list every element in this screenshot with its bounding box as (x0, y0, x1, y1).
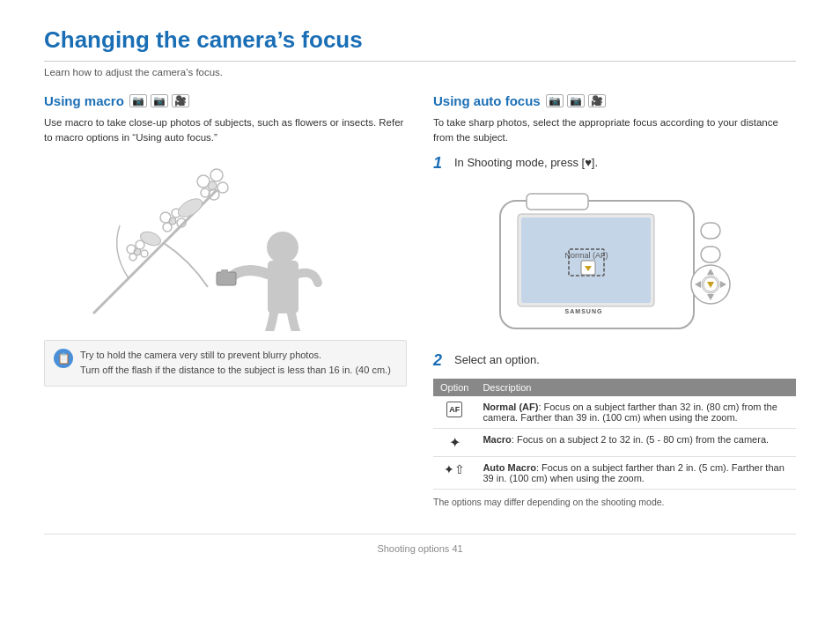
svg-rect-32 (701, 247, 720, 262)
macro-icon-hand: 📷 (151, 94, 168, 107)
svg-point-19 (267, 232, 298, 263)
autofocus-title-text: Using auto focus (433, 93, 541, 108)
step-1-text: In Shooting mode, press [♥]. (454, 155, 598, 169)
auto-macro-icon-cell: ✦⇧ (433, 456, 475, 489)
svg-rect-31 (701, 223, 720, 239)
normal-af-icon-cell: AF (433, 396, 475, 429)
options-table: Option Description AF Normal (AF): Focus… (433, 379, 796, 490)
normal-af-name: Normal (AF) (483, 402, 538, 412)
svg-rect-24 (527, 194, 588, 210)
note-bullet-1: Try to hold the camera very still to pre… (80, 350, 321, 360)
page-footer: Shooting options 41 (44, 534, 796, 554)
table-note: The options may differ depending on the … (433, 497, 796, 507)
note-text: Try to hold the camera very still to pre… (80, 348, 391, 379)
table-header-option: Option (433, 379, 475, 396)
autofocus-icon-hand: 📷 (567, 94, 585, 107)
auto-macro-desc: Auto Macro: Focus on a subject farther t… (475, 456, 796, 489)
autofocus-description: To take sharp photos, select the appropr… (433, 115, 796, 146)
page-subtitle: Learn how to adjust the camera’s focus. (44, 67, 796, 77)
step-1: 1 In Shooting mode, press [♥]. (433, 155, 796, 171)
svg-rect-0 (76, 155, 375, 331)
autofocus-mode-icons: 📷 📷 🎥 (546, 94, 606, 107)
svg-rect-22 (221, 269, 228, 274)
step-1-number: 1 (433, 155, 447, 171)
autofocus-section-title: Using auto focus 📷 📷 🎥 (433, 93, 796, 108)
right-column: Using auto focus 📷 📷 🎥 To take sharp pho… (433, 93, 796, 507)
svg-rect-20 (268, 261, 298, 313)
macro-note-box: 📋 Try to hold the camera very still to p… (44, 340, 407, 387)
macro-icon-cell: ✦ (433, 428, 475, 456)
macro-name: Macro (483, 434, 511, 445)
auto-macro-name: Auto Macro (483, 462, 536, 473)
left-column: Using macro 📷 📷 🎥 Use macro to take clos… (44, 93, 407, 507)
autofocus-icon-video: 🎥 (588, 94, 606, 107)
table-row-auto-macro: ✦⇧ Auto Macro: Focus on a subject farthe… (433, 456, 796, 489)
svg-text:Normal (AF): Normal (AF) (565, 251, 608, 260)
normal-af-icon: AF (446, 402, 462, 417)
footer-text: Shooting options 41 (377, 543, 462, 554)
macro-section-title: Using macro 📷 📷 🎥 (44, 93, 407, 108)
note-bullet-2: Turn off the flash if the distance to th… (80, 365, 391, 375)
note-icon: 📋 (54, 349, 73, 368)
camera-diagram: Normal (AF) (491, 181, 738, 340)
svg-text:SAMSUNG: SAMSUNG (565, 308, 603, 314)
macro-icon: ✦ (449, 435, 461, 450)
page-title: Changing the camera’s focus (44, 26, 796, 62)
macro-icon-video: 🎥 (172, 94, 189, 107)
svg-rect-21 (217, 272, 236, 285)
step-2-number: 2 (433, 352, 447, 368)
autofocus-icon-photo: 📷 (546, 94, 564, 107)
macro-icon-photo: 📷 (129, 94, 147, 107)
step-2-text: Select an option. (454, 352, 540, 366)
macro-title-text: Using macro (44, 93, 124, 108)
macro-illustration (76, 155, 375, 331)
macro-description: Use macro to take close-up photos of sub… (44, 115, 407, 146)
table-header-description: Description (475, 379, 796, 396)
macro-text: : Focus on a subject 2 to 32 in. (5 - 80… (512, 434, 769, 445)
table-row-normal-af: AF Normal (AF): Focus on a subject farth… (433, 396, 796, 429)
macro-mode-icons: 📷 📷 🎥 (129, 94, 189, 107)
normal-af-desc: Normal (AF): Focus on a subject farther … (475, 396, 796, 429)
step-2: 2 Select an option. (433, 352, 796, 368)
auto-macro-icon: ✦⇧ (444, 462, 465, 476)
table-row-macro: ✦ Macro: Focus on a subject 2 to 32 in. … (433, 428, 796, 456)
macro-desc: Macro: Focus on a subject 2 to 32 in. (5… (475, 428, 796, 456)
